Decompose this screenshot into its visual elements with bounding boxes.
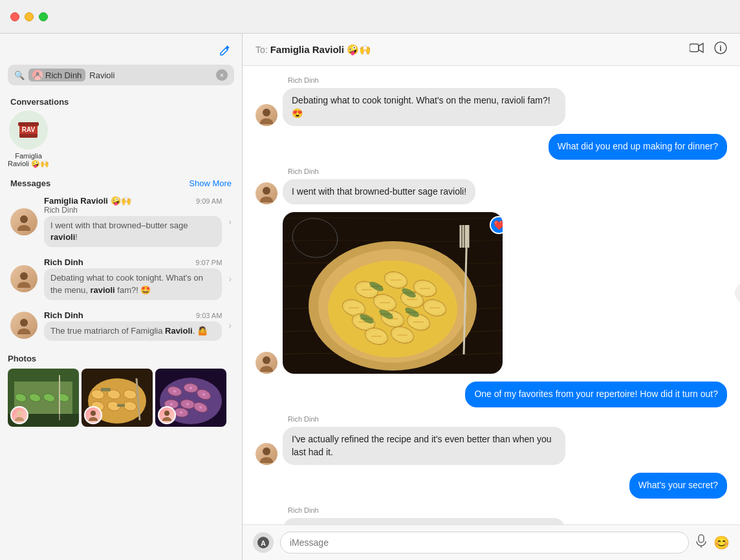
message-group: Rich Dinh I've actually refined the reci… (256, 415, 727, 465)
input-bar: A 😊 (243, 524, 740, 560)
photos-grid (8, 369, 234, 427)
bubble-avatar (256, 443, 278, 465)
traffic-lights (0, 12, 58, 21)
svg-point-22 (260, 118, 273, 124)
photo-thumbnail[interactable] (82, 369, 153, 427)
photos-section: Photos (0, 346, 242, 432)
sender-name: Rich Dinh (288, 167, 727, 175)
message-avatar (10, 208, 38, 235)
svg-point-7 (20, 272, 28, 280)
svg-point-14 (89, 417, 98, 421)
sidebar-top (0, 34, 242, 65)
message-group: Rich Dinh I went with that browned-butte… (256, 167, 727, 205)
message-bubble: Debating what to cook tonight. What's on… (283, 88, 565, 126)
photo-thumbnail[interactable] (155, 369, 226, 427)
sender-name: Rich Dinh (288, 506, 727, 514)
message-input[interactable] (280, 532, 689, 554)
photo-avatar-badge (10, 406, 28, 424)
message-header: Rich Dinh 9:03 AM (44, 310, 222, 320)
chat-header-actions: i (690, 41, 727, 58)
photo-thumbnail[interactable] (8, 369, 79, 427)
bubble-row-incoming: Add garlic to the butter, and then stir … (256, 518, 727, 524)
svg-point-5 (20, 215, 28, 223)
message-content: Rich Dinh 9:07 PM Debating what to cook … (44, 257, 222, 299)
message-group: Rich Dinh Add garlic to the butter, and … (256, 506, 727, 524)
bubble-avatar (256, 182, 278, 204)
svg-rect-3 (19, 134, 38, 138)
close-button[interactable] (10, 12, 19, 21)
app-store-icon[interactable]: A (253, 532, 274, 553)
main-container: 🔍 Rich Dinh Ravioli × Conversations (0, 34, 740, 560)
message-bubble-outgoing: What's your secret? (629, 473, 727, 499)
svg-point-13 (91, 411, 96, 416)
sidebar: 🔍 Rich Dinh Ravioli × Conversations (0, 34, 243, 560)
svg-point-25 (263, 356, 270, 364)
svg-point-8 (17, 282, 30, 288)
bubble-row-incoming: I went with that browned-butter sage rav… (256, 179, 727, 205)
image-bubble[interactable]: ❤️ (283, 212, 503, 374)
svg-point-15 (164, 411, 169, 416)
chevron-icon: › (228, 274, 232, 284)
conversation-group: RAV FamigliaRavioli 🤪🙌 (0, 111, 242, 173)
svg-point-0 (36, 72, 39, 76)
svg-point-11 (17, 411, 22, 416)
svg-text:A: A (261, 539, 266, 547)
message-preview: Debating what to cook tonight. What's on… (44, 268, 222, 299)
svg-point-24 (260, 197, 273, 202)
maximize-button[interactable] (39, 12, 48, 21)
svg-rect-34 (699, 535, 704, 543)
search-bar[interactable]: 🔍 Rich Dinh Ravioli × (8, 65, 234, 85)
share-button[interactable] (735, 283, 740, 303)
message-list-item[interactable]: Famiglia Ravioli 🤪🙌 Rich Dinh 9:09 AM I … (3, 191, 239, 252)
bubble-avatar (256, 104, 278, 126)
info-icon[interactable]: i (714, 41, 727, 58)
message-group-name: Rich Dinh (44, 310, 83, 320)
search-tag-label: Rich Dinh (45, 70, 82, 80)
message-list-item[interactable]: Rich Dinh 9:03 AM The true matriarch of … (3, 305, 239, 346)
message-preview: The true matriarch of Famiglia Ravioli. … (44, 321, 222, 341)
conversation-item[interactable]: RAV FamigliaRavioli 🤪🙌 (8, 111, 49, 168)
emoji-icon[interactable]: 😊 (713, 535, 730, 550)
chat-area: To: Famiglia Ravioli 🤪🙌 i Rich Dinh (243, 34, 740, 560)
message-list-item[interactable]: Rich Dinh 9:07 PM Debating what to cook … (3, 252, 239, 305)
svg-point-28 (263, 447, 270, 455)
bubble-row-outgoing: One of my favorites from your repertoire… (256, 382, 727, 407)
message-group-name: Famiglia Ravioli 🤪🙌 (44, 196, 131, 206)
message-bubble: Add garlic to the butter, and then stir … (283, 518, 565, 524)
sender-name: Rich Dinh (288, 76, 727, 84)
svg-text:RAV: RAV (22, 126, 36, 133)
message-header: Rich Dinh 9:07 PM (44, 257, 222, 267)
message-group-name: Rich Dinh (44, 257, 83, 267)
message-content: Famiglia Ravioli 🤪🙌 Rich Dinh 9:09 AM I … (44, 196, 222, 247)
messages-section-header: Messages Show More (0, 173, 242, 191)
voice-icon[interactable] (695, 534, 707, 552)
message-avatar (10, 312, 38, 339)
photo-avatar-badge (158, 406, 176, 424)
compose-button[interactable] (216, 41, 234, 59)
photos-title: Photos (8, 351, 234, 366)
chat-header: To: Famiglia Ravioli 🤪🙌 i (243, 34, 740, 66)
minimize-button[interactable] (25, 12, 34, 21)
show-more-button[interactable]: Show More (189, 178, 232, 188)
sidebar-content: Conversations RAV FamigliaRavioli 🤪🙌 (0, 92, 242, 560)
svg-point-10 (17, 328, 30, 334)
chevron-icon: › (228, 217, 232, 227)
svg-point-23 (263, 187, 270, 195)
message-bubble: I've actually refined the recipe and it'… (283, 427, 565, 465)
bubble-row-incoming: I've actually refined the recipe and it'… (256, 427, 727, 465)
message-bubble-outgoing: One of my favorites from your repertoire… (465, 382, 727, 407)
message-bubble-outgoing: What did you end up making for dinner? (549, 134, 727, 160)
message-preview: I went with that browned–butter sage rav… (44, 216, 222, 247)
svg-point-9 (20, 319, 28, 327)
conversation-avatar: RAV (9, 111, 48, 149)
svg-point-12 (15, 417, 24, 421)
search-clear-button[interactable]: × (216, 69, 228, 81)
messages-list: Rich Dinh Debating what to cook tonight.… (243, 66, 740, 524)
search-icon: 🔍 (14, 70, 25, 80)
message-header: Famiglia Ravioli 🤪🙌 Rich Dinh 9:09 AM (44, 196, 222, 215)
svg-text:i: i (719, 43, 722, 53)
conversation-name: FamigliaRavioli 🤪🙌 (8, 152, 49, 168)
message-group: Rich Dinh Debating what to cook tonight.… (256, 76, 727, 126)
video-icon[interactable] (690, 43, 704, 56)
bubble-avatar (256, 352, 278, 374)
